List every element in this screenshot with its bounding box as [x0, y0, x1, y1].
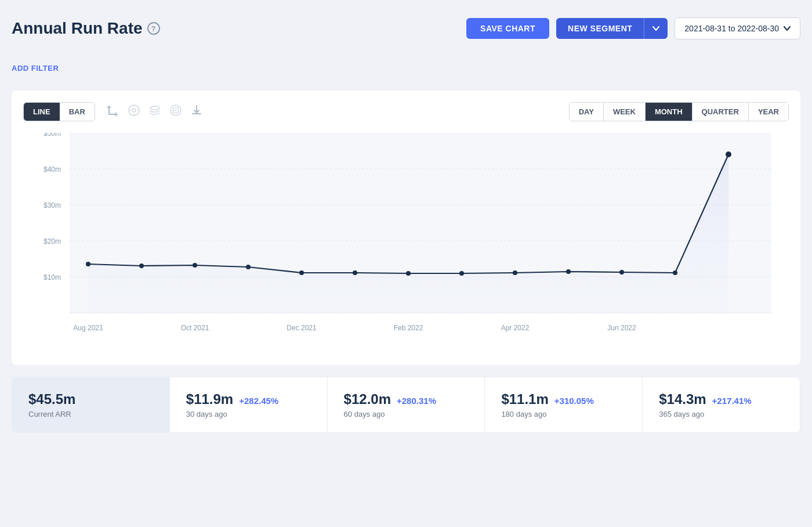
stat-change-30d: +282.45% — [239, 396, 278, 406]
stat-value-365d: $14.3m — [659, 391, 706, 407]
axis-icon[interactable] — [107, 104, 119, 120]
new-segment-btn-group: NEW SEGMENT — [556, 18, 668, 39]
data-point — [566, 269, 571, 274]
svg-text:Jun 2022: Jun 2022 — [607, 324, 636, 332]
line-chart-button[interactable]: LINE — [24, 103, 60, 121]
stat-card-current: $45.5m Current ARR — [12, 377, 170, 432]
data-point — [299, 270, 304, 275]
data-point — [353, 270, 357, 275]
time-period-group: DAY WEEK MONTH QUARTER YEAR — [569, 102, 789, 121]
stat-label-30d: 30 days ago — [186, 410, 311, 418]
settings-circle-icon[interactable] — [128, 104, 140, 120]
data-point — [619, 270, 624, 275]
stat-change-180d: +310.05% — [554, 396, 594, 406]
data-point-last — [726, 151, 731, 157]
chevron-down-icon — [652, 26, 659, 31]
svg-text:$40m: $40m — [44, 165, 61, 174]
stat-value-row-30d: $11.9m +282.45% — [186, 391, 311, 407]
current-arr-value: $45.5m — [28, 391, 153, 407]
date-range-selector[interactable]: 2021-08-31 to 2022-08-30 — [675, 17, 800, 39]
chart-area: $50m $40m $30m $20m $10m — [23, 133, 789, 353]
stat-label-180d: 180 days ago — [501, 410, 626, 418]
month-period-button[interactable]: MONTH — [646, 103, 693, 121]
new-segment-dropdown-button[interactable] — [644, 18, 668, 39]
svg-point-11 — [175, 110, 176, 111]
stats-row: $45.5m Current ARR $11.9m +282.45% 30 da… — [12, 377, 800, 433]
help-icon[interactable]: ? — [147, 22, 160, 35]
data-point — [406, 271, 411, 276]
stat-card-60d: $12.0m +280.31% 60 days ago — [328, 377, 485, 432]
data-point — [139, 264, 144, 268]
svg-text:Feb 2022: Feb 2022 — [394, 324, 423, 332]
toolbar-left: LINE BAR — [23, 102, 203, 121]
chart-toolbar: LINE BAR — [23, 102, 789, 121]
svg-text:$20m: $20m — [44, 237, 61, 246]
svg-text:Aug 2021: Aug 2021 — [73, 324, 103, 332]
quarter-period-button[interactable]: QUARTER — [693, 103, 749, 121]
chart-container: LINE BAR — [12, 91, 800, 365]
week-period-button[interactable]: WEEK — [604, 103, 646, 121]
header-actions: SAVE CHART NEW SEGMENT 2021-08-31 to 202… — [466, 17, 800, 39]
bar-chart-button[interactable]: BAR — [60, 103, 95, 121]
chart-type-group: LINE BAR — [23, 102, 95, 121]
stat-value-row-180d: $11.1m +310.05% — [501, 391, 626, 407]
stat-label-365d: 365 days ago — [659, 410, 784, 418]
data-point — [246, 265, 251, 269]
stat-card-365d: $14.3m +217.41% 365 days ago — [643, 377, 800, 432]
data-point — [86, 262, 90, 266]
svg-text:$10m: $10m — [44, 273, 61, 281]
add-filter-button[interactable]: ADD FILTER — [12, 64, 59, 73]
stat-value-60d: $12.0m — [344, 391, 391, 407]
svg-point-8 — [150, 106, 160, 110]
date-range-text: 2021-08-31 to 2022-08-30 — [684, 24, 779, 33]
year-period-button[interactable]: YEAR — [749, 103, 788, 121]
new-segment-button[interactable]: NEW SEGMENT — [556, 18, 644, 39]
svg-text:$30m: $30m — [44, 201, 61, 210]
data-point — [673, 270, 677, 275]
data-point — [459, 271, 464, 276]
line-chart-svg: $50m $40m $30m $20m $10m — [23, 133, 789, 353]
toolbar-icons — [107, 104, 203, 120]
stat-change-60d: +280.31% — [397, 396, 436, 406]
date-chevron-icon — [784, 26, 791, 31]
data-point — [513, 270, 517, 275]
stat-value-row-60d: $12.0m +280.31% — [344, 391, 469, 407]
stat-card-30d: $11.9m +282.45% 30 days ago — [170, 377, 328, 432]
current-arr-label: Current ARR — [28, 410, 153, 418]
download-icon[interactable] — [190, 104, 203, 120]
stat-label-60d: 60 days ago — [344, 410, 469, 418]
svg-text:$50m: $50m — [44, 133, 61, 138]
stat-card-180d: $11.1m +310.05% 180 days ago — [485, 377, 643, 432]
day-period-button[interactable]: DAY — [570, 103, 604, 121]
stat-value-30d: $11.9m — [186, 391, 233, 407]
svg-text:Apr 2022: Apr 2022 — [501, 324, 530, 332]
filter-section: ADD FILTER — [12, 57, 800, 79]
page-container: Annual Run Rate ? SAVE CHART NEW SEGMENT… — [12, 12, 800, 433]
stack-layers-icon[interactable] — [148, 104, 161, 120]
svg-text:Dec 2021: Dec 2021 — [287, 324, 317, 332]
svg-text:Oct 2021: Oct 2021 — [181, 324, 209, 332]
page-title: Annual Run Rate — [12, 19, 143, 38]
data-point — [193, 263, 197, 268]
stat-value-180d: $11.1m — [501, 391, 548, 407]
title-section: Annual Run Rate ? — [12, 19, 160, 38]
svg-point-3 — [132, 109, 136, 112]
stat-value-row-365d: $14.3m +217.41% — [659, 391, 784, 407]
stat-change-365d: +217.41% — [712, 396, 752, 406]
header: Annual Run Rate ? SAVE CHART NEW SEGMENT… — [12, 12, 800, 45]
target-icon[interactable] — [169, 104, 182, 120]
save-chart-button[interactable]: SAVE CHART — [466, 18, 549, 39]
